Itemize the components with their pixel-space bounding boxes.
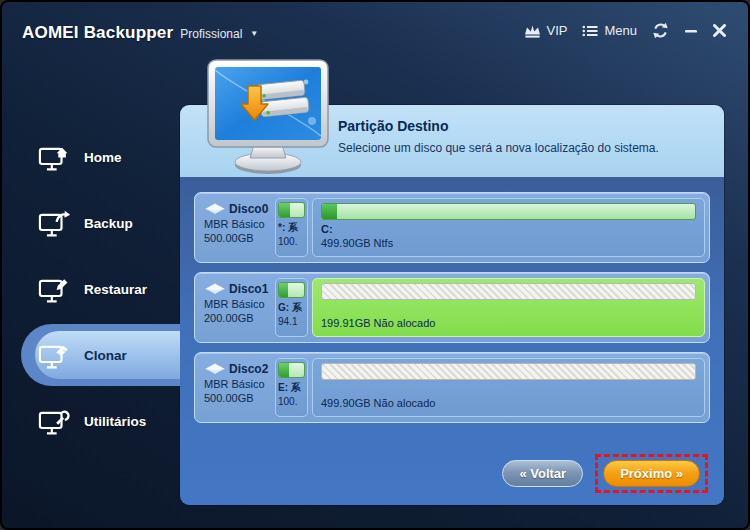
clone-icon: [38, 342, 72, 369]
partition-usage-bar: [278, 282, 305, 298]
partition-label: G: 系: [278, 301, 305, 315]
disk-type: MBR Básico: [204, 298, 275, 310]
back-button[interactable]: « Voltar: [502, 460, 583, 487]
disk-size: 200.00GB: [204, 312, 275, 324]
sidebar-item-label: Restaurar: [84, 282, 147, 297]
partition-unallocated[interactable]: 499.90GB Não alocado: [312, 358, 705, 417]
disk-info: Disco0 MBR Básico 500.00GB: [199, 197, 275, 258]
sidebar-item-utilities[interactable]: Utilitários: [2, 388, 180, 454]
header-band: Partição Destino Selecione um disco que …: [180, 105, 724, 177]
partition-g[interactable]: G: 系 94.1: [275, 278, 308, 337]
partition-usage-bar: [321, 283, 696, 300]
disk-name: Disco2: [229, 362, 268, 376]
partition-size: 94.1: [278, 316, 305, 327]
home-icon: [38, 144, 72, 171]
disk-icon: [204, 202, 226, 216]
disk-size: 500.00GB: [204, 392, 275, 404]
sidebar-item-label: Utilitários: [84, 414, 146, 429]
partition-usage-bar: [321, 363, 696, 380]
disk-icon: [204, 362, 226, 376]
partition-letter: C:: [321, 223, 696, 236]
partition-e[interactable]: E: 系 100.: [275, 358, 308, 417]
disk-name: Disco1: [229, 282, 268, 296]
sidebar-item-restore[interactable]: Restaurar: [2, 256, 180, 322]
next-button[interactable]: Próximo »: [603, 460, 700, 487]
footer-actions: « Voltar Próximo »: [194, 454, 710, 493]
sidebar-item-label: Home: [84, 150, 122, 165]
sidebar: Home Backup Restaurar Clonar U: [2, 124, 180, 454]
refresh-button[interactable]: [652, 22, 669, 39]
partition-usage-bar: [278, 202, 305, 218]
page-title: Partição Destino: [338, 118, 714, 134]
crown-icon: [524, 24, 541, 38]
app-edition[interactable]: Profissional: [180, 27, 242, 41]
menu-button[interactable]: Menu: [582, 23, 637, 38]
partition-system-reserved[interactable]: *: 系 100.: [275, 198, 308, 257]
sidebar-item-home[interactable]: Home: [2, 124, 180, 190]
disk-icon: [204, 282, 226, 296]
app-brand: AOMEI Backupper Profissional ▼: [22, 23, 258, 43]
partition-letter: [321, 303, 696, 316]
disk-info: Disco2 MBR Básico 500.00GB: [199, 357, 275, 418]
sidebar-item-backup[interactable]: Backup: [2, 190, 180, 256]
disk-row-disco1[interactable]: Disco1 MBR Básico 200.00GB G: 系 94.1 199…: [194, 272, 710, 343]
partition-size: 499.90GB Não alocado: [321, 397, 696, 409]
disk-type: MBR Básico: [204, 218, 275, 230]
partition-c[interactable]: C: 499.90GB Ntfs: [312, 198, 705, 257]
sidebar-item-label: Backup: [84, 216, 133, 231]
vip-label: VIP: [547, 23, 568, 38]
partition-size: 199.91GB Não alocado: [321, 317, 696, 329]
disk-name: Disco0: [229, 202, 268, 216]
app-window: AOMEI Backupper Profissional ▼ VIP Menu: [0, 0, 750, 530]
main-panel: Partição Destino Selecione um disco que …: [180, 105, 724, 505]
partition-letter: [321, 383, 696, 396]
menu-icon: [582, 24, 598, 38]
menu-label: Menu: [604, 23, 637, 38]
partition-label: *: 系: [278, 221, 305, 235]
partition-label: E: 系: [278, 381, 305, 395]
highlight-dashed-box: Próximo »: [595, 454, 708, 493]
sidebar-item-label: Clonar: [84, 348, 127, 363]
disk-list: Disco0 MBR Básico 500.00GB *: 系 100. C: …: [180, 177, 724, 505]
edition-dropdown-caret[interactable]: ▼: [250, 29, 258, 38]
disk-type: MBR Básico: [204, 378, 275, 390]
vip-button[interactable]: VIP: [524, 23, 568, 38]
partition-size: 100.: [278, 396, 305, 407]
close-button[interactable]: [713, 24, 726, 37]
app-title: AOMEI Backupper: [22, 23, 173, 43]
restore-icon: [38, 276, 72, 303]
disk-size: 500.00GB: [204, 232, 275, 244]
utilities-icon: [38, 408, 72, 435]
sidebar-item-clone[interactable]: Clonar: [2, 322, 180, 388]
minimize-button[interactable]: [684, 24, 698, 38]
disk-row-disco2[interactable]: Disco2 MBR Básico 500.00GB E: 系 100. 499…: [194, 352, 710, 423]
partition-size: 100.: [278, 236, 305, 247]
partition-size: 499.90GB Ntfs: [321, 237, 696, 249]
disk-row-disco0[interactable]: Disco0 MBR Básico 500.00GB *: 系 100. C: …: [194, 192, 710, 263]
disk-info: Disco1 MBR Básico 200.00GB: [199, 277, 275, 338]
partition-usage-bar: [321, 203, 696, 220]
page-subtitle: Selecione um disco que será a nova local…: [338, 141, 714, 155]
partition-unallocated-selected[interactable]: 199.91GB Não alocado: [312, 278, 705, 337]
backup-icon: [38, 210, 72, 237]
partition-usage-bar: [278, 362, 305, 378]
titlebar-controls: VIP Menu: [524, 22, 727, 39]
